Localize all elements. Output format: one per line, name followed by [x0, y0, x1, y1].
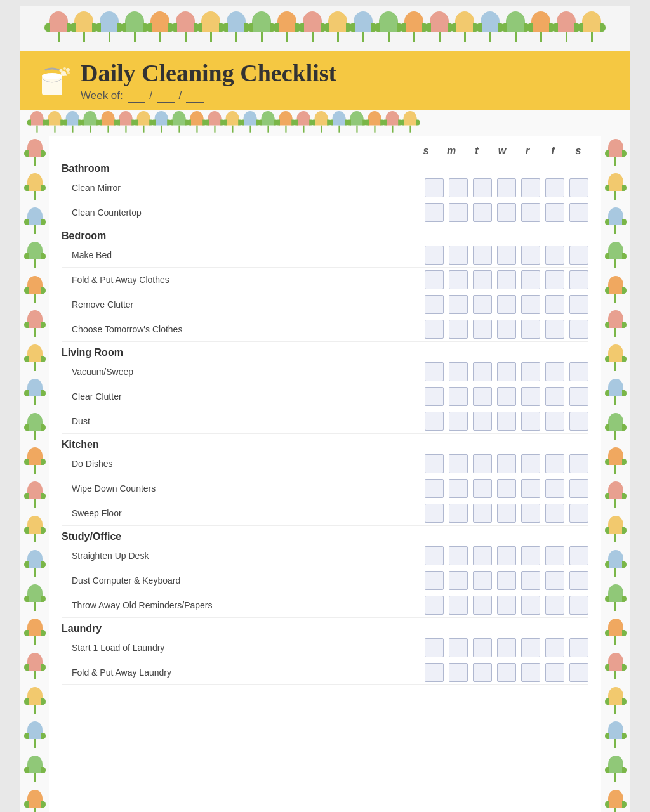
checkbox[interactable] [473, 454, 492, 473]
checkbox[interactable] [569, 246, 588, 265]
checkbox[interactable] [473, 387, 492, 406]
checkbox[interactable] [449, 246, 468, 265]
checkbox[interactable] [497, 454, 516, 473]
checkbox[interactable] [545, 270, 564, 289]
checkbox[interactable] [569, 546, 588, 565]
checkbox[interactable] [569, 178, 588, 197]
checkbox[interactable] [521, 638, 540, 657]
checkbox[interactable] [473, 320, 492, 339]
checkbox[interactable] [569, 295, 588, 314]
checkbox[interactable] [497, 295, 516, 314]
checkbox[interactable] [449, 320, 468, 339]
checkbox[interactable] [569, 270, 588, 289]
checkbox[interactable] [473, 270, 492, 289]
checkbox[interactable] [449, 504, 468, 523]
checkbox[interactable] [497, 571, 516, 590]
checkbox[interactable] [521, 571, 540, 590]
checkbox[interactable] [569, 479, 588, 498]
checkbox[interactable] [473, 596, 492, 615]
checkbox[interactable] [497, 320, 516, 339]
checkbox[interactable] [497, 546, 516, 565]
checkbox[interactable] [425, 479, 444, 498]
checkbox[interactable] [545, 571, 564, 590]
checkbox[interactable] [473, 295, 492, 314]
checkbox[interactable] [521, 596, 540, 615]
checkbox[interactable] [497, 362, 516, 381]
checkbox[interactable] [545, 246, 564, 265]
checkbox[interactable] [521, 178, 540, 197]
checkbox[interactable] [569, 596, 588, 615]
checkbox[interactable] [449, 638, 468, 657]
checkbox[interactable] [545, 479, 564, 498]
checkbox[interactable] [473, 412, 492, 431]
checkbox[interactable] [545, 412, 564, 431]
checkbox[interactable] [521, 362, 540, 381]
checkbox[interactable] [497, 387, 516, 406]
checkbox[interactable] [473, 178, 492, 197]
checkbox[interactable] [497, 663, 516, 682]
checkbox[interactable] [497, 270, 516, 289]
checkbox[interactable] [521, 270, 540, 289]
checkbox[interactable] [497, 479, 516, 498]
checkbox[interactable] [497, 596, 516, 615]
checkbox[interactable] [521, 246, 540, 265]
checkbox[interactable] [425, 320, 444, 339]
checkbox[interactable] [473, 571, 492, 590]
checkbox[interactable] [425, 504, 444, 523]
checkbox[interactable] [425, 638, 444, 657]
checkbox[interactable] [449, 546, 468, 565]
checkbox[interactable] [569, 362, 588, 381]
checkbox[interactable] [449, 412, 468, 431]
checkbox[interactable] [569, 203, 588, 222]
checkbox[interactable] [521, 387, 540, 406]
checkbox[interactable] [497, 246, 516, 265]
checkbox[interactable] [449, 270, 468, 289]
checkbox[interactable] [497, 412, 516, 431]
checkbox[interactable] [569, 320, 588, 339]
checkbox[interactable] [521, 504, 540, 523]
checkbox[interactable] [425, 454, 444, 473]
checkbox[interactable] [425, 596, 444, 615]
checkbox[interactable] [473, 203, 492, 222]
checkbox[interactable] [569, 387, 588, 406]
checkbox[interactable] [497, 203, 516, 222]
checkbox[interactable] [521, 203, 540, 222]
checkbox[interactable] [497, 504, 516, 523]
checkbox[interactable] [521, 412, 540, 431]
checkbox[interactable] [569, 504, 588, 523]
checkbox[interactable] [473, 546, 492, 565]
checkbox[interactable] [449, 454, 468, 473]
checkbox[interactable] [473, 362, 492, 381]
checkbox[interactable] [449, 479, 468, 498]
checkbox[interactable] [545, 638, 564, 657]
checkbox[interactable] [449, 295, 468, 314]
checkbox[interactable] [425, 571, 444, 590]
checkbox[interactable] [545, 546, 564, 565]
checkbox[interactable] [545, 596, 564, 615]
checkbox[interactable] [545, 178, 564, 197]
checkbox[interactable] [449, 178, 468, 197]
checkbox[interactable] [569, 663, 588, 682]
checkbox[interactable] [473, 638, 492, 657]
checkbox[interactable] [473, 663, 492, 682]
checkbox[interactable] [569, 454, 588, 473]
checkbox[interactable] [473, 479, 492, 498]
checkbox[interactable] [425, 178, 444, 197]
checkbox[interactable] [449, 203, 468, 222]
checkbox[interactable] [425, 203, 444, 222]
checkbox[interactable] [449, 362, 468, 381]
checkbox[interactable] [497, 638, 516, 657]
checkbox[interactable] [521, 479, 540, 498]
checkbox[interactable] [521, 663, 540, 682]
checkbox[interactable] [449, 663, 468, 682]
checkbox[interactable] [425, 362, 444, 381]
checkbox[interactable] [473, 246, 492, 265]
checkbox[interactable] [449, 387, 468, 406]
checkbox[interactable] [569, 638, 588, 657]
checkbox[interactable] [425, 246, 444, 265]
checkbox[interactable] [521, 546, 540, 565]
checkbox[interactable] [545, 387, 564, 406]
checkbox[interactable] [545, 203, 564, 222]
checkbox[interactable] [425, 270, 444, 289]
checkbox[interactable] [449, 571, 468, 590]
